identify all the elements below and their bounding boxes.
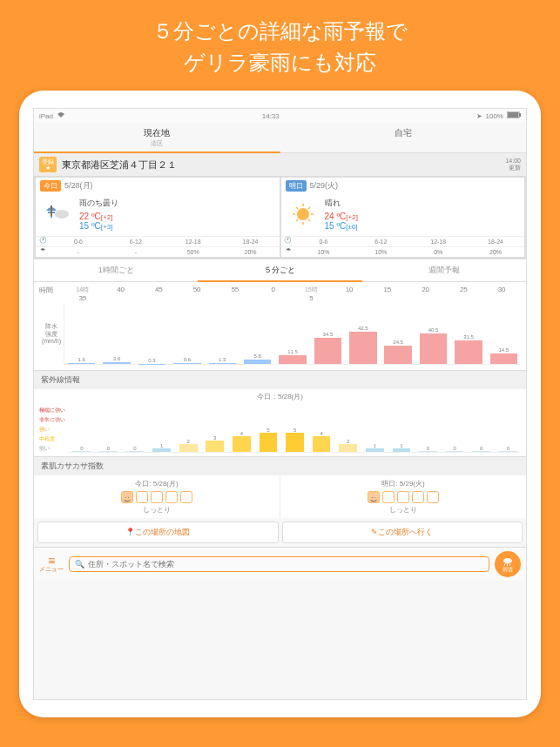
pop-value: 10% <box>352 247 409 257</box>
skin-today: 今日: 5/28(月) ·͜· しっとり <box>34 475 280 518</box>
precipitation-chart: 時間 14時3540455055015時51015202530 降水強度(mm/… <box>34 282 526 370</box>
clock-icon: 🕐 <box>281 237 295 246</box>
promo-line1: ５分ごとの詳細な雨予報で <box>0 16 560 47</box>
pop-value: - <box>50 247 107 257</box>
location-arrow-icon: ➤ <box>476 112 482 120</box>
skin-today-date: 今日: 5/28(月) <box>37 479 276 488</box>
face-icon <box>151 491 163 503</box>
tomorrow-low: 15 ºC[±0] <box>325 221 518 231</box>
slot-label: 6-12 <box>107 237 165 246</box>
precip-bar: 11.5 <box>275 304 309 364</box>
uv-date: 今日：5/28(月) <box>34 389 526 404</box>
precip-bar: 1.3 <box>206 304 240 364</box>
today-condition: 雨のち曇り <box>79 198 273 209</box>
map-button-label: この場所の地図 <box>135 528 190 536</box>
uv-bar: 0 <box>415 406 442 452</box>
rain-then-cloudy-icon <box>43 202 72 226</box>
face-icon: ·͜· <box>368 491 380 503</box>
tomorrow-slot-labels: 🕐 0-6 6-12 12-18 18-24 <box>281 236 525 246</box>
update-time-label: 更新 <box>505 165 521 172</box>
favorite-label: 登録 <box>42 158 54 165</box>
precip-bar: 0.3 <box>135 304 169 364</box>
today-low: 15 ºC[+3] <box>79 221 273 231</box>
two-day-forecast: 今日 5/28(月) 雨のち曇り 22 ºC[+2] 15 ºC[+3] 🕐 0… <box>34 176 526 259</box>
tablet-frame: iPad 14:33 ➤ 100% 現在地 港区 自宅 登録 ★ 東京都港区芝浦… <box>19 91 541 717</box>
umbrella-icon: ☂ <box>281 247 295 257</box>
uv-bar: 2 <box>335 406 361 452</box>
uv-bar: 0 <box>469 406 495 452</box>
precip-bar: 24.5 <box>381 304 415 364</box>
uv-legend-extreme: 極端に強い <box>39 406 69 415</box>
skin-tomorrow: 明日: 5/29(火) ·͜· しっとり <box>280 475 526 518</box>
pop-value: - <box>107 247 165 257</box>
status-bar: iPad 14:33 ➤ 100% <box>34 109 526 123</box>
search-box[interactable]: 🔍 <box>69 556 489 572</box>
rain-cloud-button[interactable]: 雨雲 <box>495 551 521 577</box>
hamburger-icon: ≡ <box>39 556 64 566</box>
uv-legend-very: 非常に強い <box>39 415 69 425</box>
tab-5min[interactable]: ５分ごと <box>198 259 361 281</box>
svg-line-10 <box>296 207 298 209</box>
uv-bar: 4 <box>229 406 255 452</box>
tomorrow-badge: 明日 <box>286 180 307 192</box>
svg-line-17 <box>509 563 510 566</box>
battery-icon <box>507 111 521 120</box>
clock: 14:33 <box>262 112 280 120</box>
skin-today-icons: ·͜· <box>37 491 276 503</box>
uv-section: 今日：5/28(月) 極端に強い 非常に強い 強い 中程度 弱い 0001234… <box>34 389 526 456</box>
face-icon <box>412 491 424 503</box>
face-icon <box>180 491 192 503</box>
tab-weekly[interactable]: 週間予報 <box>362 259 526 281</box>
slot-label: 0-6 <box>50 237 107 246</box>
uv-section-title: 紫外線情報 <box>34 370 526 389</box>
go-button-label: この場所へ行く <box>378 528 433 536</box>
tab-home-label: 自宅 <box>395 128 412 138</box>
tab-hourly[interactable]: 1時間ごと <box>34 259 198 281</box>
precip-bar: 42.5 <box>346 304 380 364</box>
uv-bar: 2 <box>175 406 201 452</box>
bottom-bar: ≡ メニュー 🔍 雨雲 <box>34 547 526 581</box>
slot-label: 18-24 <box>467 237 524 246</box>
uv-bar: 3 <box>202 406 228 452</box>
search-icon: 🔍 <box>75 560 84 569</box>
face-icon <box>427 491 439 503</box>
precip-bar: 40.5 <box>416 304 450 364</box>
tab-home[interactable]: 自宅 <box>280 123 527 152</box>
clock-icon: 🕐 <box>36 237 50 246</box>
today-high: 22 ºC[+2] <box>79 212 273 221</box>
search-input[interactable] <box>88 560 483 569</box>
skin-tomorrow-label: しっとり <box>284 505 523 515</box>
svg-point-14 <box>503 558 512 563</box>
tab-current-location[interactable]: 現在地 港区 <box>34 123 280 152</box>
skin-tomorrow-icons: ·͜· <box>284 491 523 503</box>
tomorrow-pop-row: ☂ 10% 10% 0% 20% <box>281 246 525 257</box>
precip-bar: 0.6 <box>170 304 204 364</box>
map-button[interactable]: 📍この場所の地図 <box>37 522 279 543</box>
uv-bar: 0 <box>442 406 468 452</box>
menu-button[interactable]: ≡ メニュー <box>39 556 64 572</box>
interval-tabs: 1時間ごと ５分ごと 週間予報 <box>34 259 526 282</box>
svg-rect-4 <box>51 205 52 216</box>
skin-tomorrow-date: 明日: 5/29(火) <box>284 479 523 488</box>
device-label: iPad <box>39 112 53 120</box>
tab-current-label: 現在地 <box>144 128 170 138</box>
today-pop-row: ☂ - - 50% 20% <box>36 246 280 257</box>
uv-bar: 5 <box>282 406 308 452</box>
precip-bar: 1.6 <box>64 304 98 364</box>
precip-bar: 2.6 <box>99 304 133 364</box>
chart-x-ticks: 時間 14時3540455055015時51015202530 <box>39 286 521 302</box>
favorite-badge[interactable]: 登録 ★ <box>39 157 57 172</box>
sunny-icon <box>288 202 318 226</box>
uv-legend: 極端に強い 非常に強い 強い 中程度 弱い <box>39 406 69 453</box>
face-icon <box>136 491 148 503</box>
svg-rect-1 <box>508 112 518 118</box>
umbrella-icon: ☂ <box>36 247 50 257</box>
svg-line-16 <box>507 563 508 566</box>
go-button[interactable]: ✎この場所へ行く <box>282 522 523 543</box>
pin-icon: 📍 <box>125 528 135 536</box>
svg-line-12 <box>296 219 298 221</box>
slot-label: 12-18 <box>409 237 467 246</box>
uv-bar: 4 <box>308 406 334 452</box>
location-tabs: 現在地 港区 自宅 <box>34 123 526 153</box>
menu-label: メニュー <box>39 566 64 572</box>
